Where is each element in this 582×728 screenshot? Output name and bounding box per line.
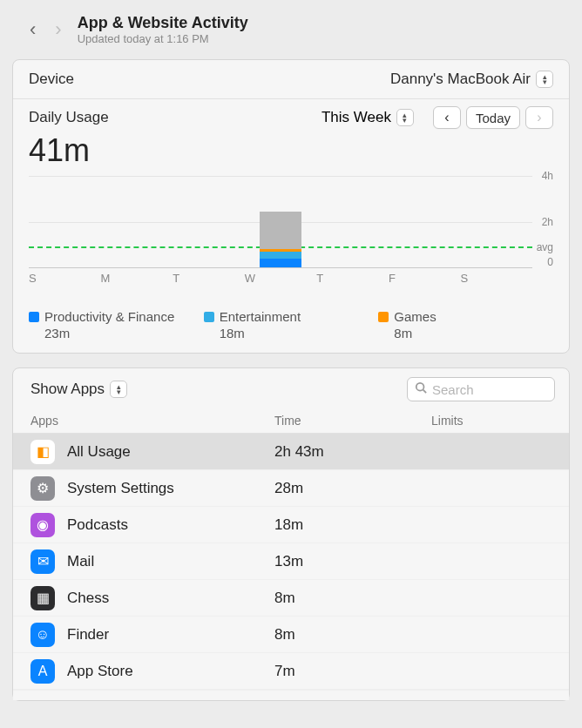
updown-icon: ▴▾ <box>110 381 127 398</box>
apps-table-header: Apps Time Limits <box>13 410 569 433</box>
today-button[interactable]: Today <box>466 106 520 129</box>
total-time: 41m <box>29 132 553 169</box>
table-row[interactable]: ✉Mail13m <box>13 543 569 580</box>
app-name: Chess <box>67 590 274 607</box>
legend-item: Entertainment18m <box>204 309 379 340</box>
app-name: All Usage <box>67 443 274 461</box>
legend-label: Entertainment <box>220 309 301 324</box>
app-time: 28m <box>274 480 431 497</box>
header-time: Time <box>274 414 431 428</box>
legend-label: Productivity & Finance <box>44 309 174 324</box>
range-selector[interactable]: This Week ▴▾ <box>321 109 414 126</box>
device-row: Device Danny's MacBook Air ▴▾ <box>29 71 553 88</box>
app-name: Mail <box>67 553 274 570</box>
svg-point-0 <box>416 383 424 391</box>
table-row[interactable]: ⚙System Settings28m <box>13 470 569 507</box>
apps-list: ◧All Usage2h 43m⚙System Settings28m◉Podc… <box>13 433 569 700</box>
table-row[interactable]: ◧All Usage2h 43m <box>13 434 569 470</box>
table-row[interactable]: AApp Store7m <box>13 653 569 690</box>
apps-card: Show Apps ▴▾ Apps Time Limits ◧All Usage… <box>12 367 570 701</box>
forward-button[interactable]: › <box>55 20 61 39</box>
app-name: Podcasts <box>67 516 274 534</box>
device-value: Danny's MacBook Air <box>390 71 531 88</box>
search-input[interactable] <box>432 382 547 397</box>
legend-swatch <box>204 312 214 322</box>
today-label: Today <box>476 111 511 125</box>
legend-value: 8m <box>394 326 553 340</box>
app-time: 18m <box>274 516 431 534</box>
table-row[interactable]: ☺Finder8m <box>13 617 569 653</box>
chart-plot <box>29 176 532 268</box>
app-icon: A <box>30 659 55 684</box>
app-icon: ✉ <box>30 549 55 574</box>
daily-usage-label: Daily Usage <box>29 109 109 126</box>
app-time: 2h 43m <box>274 443 431 461</box>
page-title: App & Website Activity <box>78 14 248 32</box>
legend-swatch <box>29 312 39 322</box>
updated-subtitle: Updated today at 1:16 PM <box>78 32 248 45</box>
app-time: 7m <box>274 663 431 680</box>
app-time: 13m <box>274 553 431 570</box>
legend-swatch <box>378 312 389 322</box>
chevron-left-icon: ‹ <box>444 110 449 125</box>
chart-legend: Productivity & Finance23mEntertainment18… <box>29 309 553 340</box>
header-limits: Limits <box>431 414 552 428</box>
app-time: 8m <box>274 626 431 644</box>
chevron-right-icon: › <box>537 110 541 125</box>
chart-y-axis: 02h4havg <box>532 176 553 268</box>
divider <box>13 98 569 99</box>
legend-item: Productivity & Finance23m <box>29 309 204 340</box>
search-field[interactable] <box>407 377 555 401</box>
chart-x-axis: SMTWTFS <box>29 272 532 285</box>
app-time: 8m <box>274 590 431 607</box>
range-value: This Week <box>321 109 391 126</box>
app-name: System Settings <box>67 480 274 497</box>
show-apps-selector[interactable]: Show Apps ▴▾ <box>30 381 127 398</box>
updown-icon: ▴▾ <box>536 71 553 88</box>
app-name: App Store <box>67 663 274 680</box>
nav-arrows: ‹ › <box>30 20 62 39</box>
header-apps: Apps <box>30 414 274 428</box>
usage-chart: 02h4havg <box>29 176 553 268</box>
svg-line-1 <box>423 390 427 394</box>
range-controls: This Week ▴▾ ‹ Today › <box>321 106 553 129</box>
app-name: Finder <box>67 626 274 644</box>
legend-label: Games <box>394 309 436 324</box>
device-selector[interactable]: Danny's MacBook Air ▴▾ <box>390 71 553 88</box>
legend-item: Games8m <box>378 309 553 340</box>
header-bar: ‹ › App & Website Activity Updated today… <box>24 14 570 51</box>
app-icon: ▦ <box>30 586 55 610</box>
screen-time-window: ‹ › App & Website Activity Updated today… <box>0 0 582 728</box>
prev-week-button[interactable]: ‹ <box>433 106 461 129</box>
table-row[interactable]: ◉Podcasts18m <box>13 507 569 543</box>
legend-value: 18m <box>220 326 379 340</box>
back-button[interactable]: ‹ <box>30 20 36 39</box>
legend-value: 23m <box>44 326 204 340</box>
app-icon: ☺ <box>30 623 55 647</box>
show-apps-label: Show Apps <box>30 381 105 398</box>
app-icon: ◧ <box>30 440 55 464</box>
daily-usage-row: Daily Usage This Week ▴▾ ‹ Today › <box>29 106 553 129</box>
usage-card: Device Danny's MacBook Air ▴▾ Daily Usag… <box>12 59 570 354</box>
updown-icon: ▴▾ <box>396 109 414 126</box>
device-label: Device <box>29 71 74 88</box>
search-icon <box>415 381 427 397</box>
app-icon: ⚙ <box>30 476 55 501</box>
table-row[interactable]: ▦Chess8m <box>13 580 569 617</box>
app-icon: ◉ <box>30 513 55 537</box>
next-week-button[interactable]: › <box>525 106 553 129</box>
